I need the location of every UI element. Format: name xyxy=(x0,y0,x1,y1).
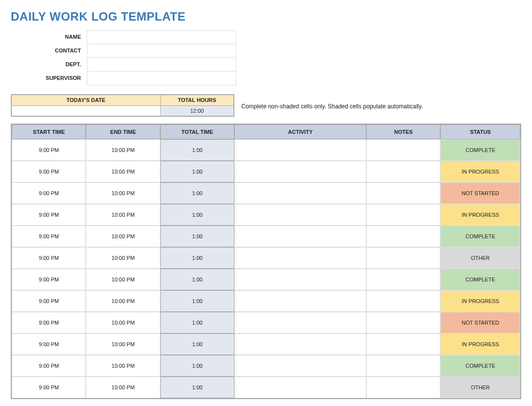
cell-notes[interactable] xyxy=(366,312,440,333)
cell-status[interactable]: COMPLETE xyxy=(440,226,520,247)
cell-end[interactable]: 10:00 PM xyxy=(86,377,160,398)
cell-end[interactable]: 10:00 PM xyxy=(86,247,160,269)
cell-end[interactable]: 10:00 PM xyxy=(86,290,160,312)
table-row: 9:00 PM10:00 PM1:00IN PROGRESS xyxy=(12,290,520,312)
cell-total: 1:00 xyxy=(160,333,234,355)
cell-notes[interactable] xyxy=(366,377,440,398)
cell-activity[interactable] xyxy=(234,355,366,377)
cell-total: 1:00 xyxy=(160,269,234,290)
cell-total: 1:00 xyxy=(160,226,234,247)
info-row-name: NAME xyxy=(11,30,236,44)
cell-end[interactable]: 10:00 PM xyxy=(86,355,160,377)
table-row: 9:00 PM10:00 PM1:00OTHER xyxy=(12,247,520,269)
info-label-dept: DEPT. xyxy=(11,58,87,72)
cell-start[interactable]: 9:00 PM xyxy=(12,182,86,204)
info-input-supervisor[interactable] xyxy=(87,72,236,85)
info-label-supervisor: SUPERVISOR xyxy=(11,72,87,85)
cell-notes[interactable] xyxy=(366,269,440,290)
cell-activity[interactable] xyxy=(234,377,366,398)
col-header-status: STATUS xyxy=(440,125,520,139)
cell-status[interactable]: IN PROGRESS xyxy=(440,204,520,226)
cell-notes[interactable] xyxy=(366,204,440,226)
cell-end[interactable]: 10:00 PM xyxy=(86,182,160,204)
info-row-contact: CONTACT xyxy=(11,44,236,58)
table-row: 9:00 PM10:00 PM1:00IN PROGRESS xyxy=(12,333,520,355)
cell-notes[interactable] xyxy=(366,355,440,377)
summary-row: TODAY'S DATE TOTAL HOURS 12:00 Complete … xyxy=(11,94,521,117)
cell-total: 1:00 xyxy=(160,182,234,204)
table-row: 9:00 PM10:00 PM1:00NOT STARTED xyxy=(12,182,520,204)
cell-end[interactable]: 10:00 PM xyxy=(86,161,160,182)
info-input-dept[interactable] xyxy=(87,58,236,72)
cell-status[interactable]: NOT STARTED xyxy=(440,182,520,204)
table-row: 9:00 PM10:00 PM1:00COMPLETE xyxy=(12,139,520,161)
cell-status[interactable]: IN PROGRESS xyxy=(440,333,520,355)
info-block: NAME CONTACT DEPT. SUPERVISOR xyxy=(11,30,236,85)
cell-notes[interactable] xyxy=(366,290,440,312)
cell-activity[interactable] xyxy=(234,333,366,355)
cell-activity[interactable] xyxy=(234,247,366,269)
cell-activity[interactable] xyxy=(234,312,366,333)
cell-status[interactable]: IN PROGRESS xyxy=(440,161,520,182)
cell-status[interactable]: IN PROGRESS xyxy=(440,290,520,312)
col-header-end: END TIME xyxy=(86,125,160,139)
info-input-name[interactable] xyxy=(87,30,236,44)
info-row-supervisor: SUPERVISOR xyxy=(11,72,236,85)
cell-start[interactable]: 9:00 PM xyxy=(12,333,86,355)
log-header-row: START TIME END TIME TOTAL TIME ACTIVITY … xyxy=(12,125,520,139)
cell-total: 1:00 xyxy=(160,161,234,182)
log-table: START TIME END TIME TOTAL TIME ACTIVITY … xyxy=(11,124,521,399)
cell-start[interactable]: 9:00 PM xyxy=(12,269,86,290)
cell-activity[interactable] xyxy=(234,204,366,226)
cell-start[interactable]: 9:00 PM xyxy=(12,226,86,247)
cell-end[interactable]: 10:00 PM xyxy=(86,226,160,247)
cell-activity[interactable] xyxy=(234,182,366,204)
cell-total: 1:00 xyxy=(160,377,234,398)
cell-status[interactable]: OTHER xyxy=(440,247,520,269)
cell-status[interactable]: COMPLETE xyxy=(440,355,520,377)
cell-total: 1:00 xyxy=(160,312,234,333)
table-row: 9:00 PM10:00 PM1:00COMPLETE xyxy=(12,269,520,290)
cell-end[interactable]: 10:00 PM xyxy=(86,333,160,355)
summary-cell-date[interactable] xyxy=(11,105,160,116)
cell-start[interactable]: 9:00 PM xyxy=(12,139,86,161)
cell-end[interactable]: 10:00 PM xyxy=(86,269,160,290)
cell-status[interactable]: COMPLETE xyxy=(440,269,520,290)
cell-notes[interactable] xyxy=(366,139,440,161)
table-row: 9:00 PM10:00 PM1:00OTHER xyxy=(12,377,520,398)
cell-status[interactable]: NOT STARTED xyxy=(440,312,520,333)
cell-end[interactable]: 10:00 PM xyxy=(86,204,160,226)
info-input-contact[interactable] xyxy=(87,44,236,58)
cell-activity[interactable] xyxy=(234,269,366,290)
cell-start[interactable]: 9:00 PM xyxy=(12,161,86,182)
cell-total: 1:00 xyxy=(160,290,234,312)
cell-notes[interactable] xyxy=(366,226,440,247)
cell-activity[interactable] xyxy=(234,290,366,312)
cell-status[interactable]: OTHER xyxy=(440,377,520,398)
cell-activity[interactable] xyxy=(234,139,366,161)
col-header-total: TOTAL TIME xyxy=(160,125,234,139)
cell-start[interactable]: 9:00 PM xyxy=(12,355,86,377)
col-header-activity: ACTIVITY xyxy=(234,125,366,139)
cell-activity[interactable] xyxy=(234,161,366,182)
cell-activity[interactable] xyxy=(234,226,366,247)
page-title: DAILY WORK LOG TEMPLATE xyxy=(11,10,521,24)
cell-notes[interactable] xyxy=(366,182,440,204)
instruction-text: Complete non-shaded cells only. Shaded c… xyxy=(234,94,423,110)
cell-end[interactable]: 10:00 PM xyxy=(86,139,160,161)
cell-end[interactable]: 10:00 PM xyxy=(86,312,160,333)
cell-start[interactable]: 9:00 PM xyxy=(12,312,86,333)
cell-total: 1:00 xyxy=(160,139,234,161)
cell-notes[interactable] xyxy=(366,161,440,182)
table-row: 9:00 PM10:00 PM1:00COMPLETE xyxy=(12,355,520,377)
cell-start[interactable]: 9:00 PM xyxy=(12,290,86,312)
table-row: 9:00 PM10:00 PM1:00IN PROGRESS xyxy=(12,161,520,182)
cell-status[interactable]: COMPLETE xyxy=(440,139,520,161)
cell-notes[interactable] xyxy=(366,247,440,269)
cell-start[interactable]: 9:00 PM xyxy=(12,247,86,269)
col-header-notes: NOTES xyxy=(366,125,440,139)
summary-header-date: TODAY'S DATE xyxy=(11,95,160,105)
cell-start[interactable]: 9:00 PM xyxy=(12,377,86,398)
cell-start[interactable]: 9:00 PM xyxy=(12,204,86,226)
cell-notes[interactable] xyxy=(366,333,440,355)
